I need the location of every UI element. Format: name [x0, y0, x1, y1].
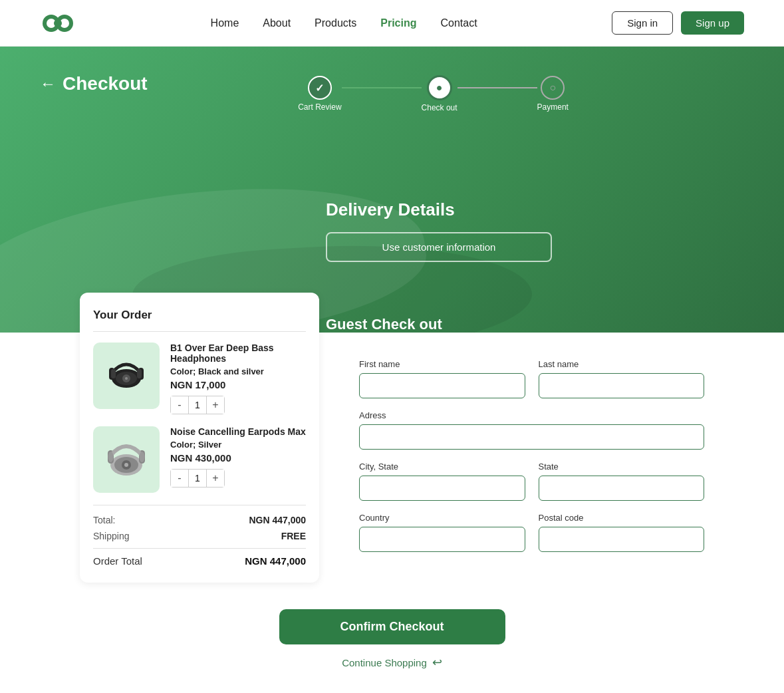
city-input[interactable] — [359, 476, 525, 501]
country-label: Country — [359, 513, 525, 523]
nav-pricing[interactable]: Pricing — [380, 17, 416, 29]
product-name-1: B1 Over Ear Deep Bass Headphones — [170, 343, 306, 364]
qty-control-1: - 1 + — [170, 396, 225, 414]
svg-point-10 — [125, 377, 128, 380]
order-card: Your Order — [80, 293, 319, 583]
order-total-row: Order Total NGN 447,000 — [93, 555, 306, 567]
shipping-value: FREE — [281, 531, 306, 541]
step-circle-payment: ○ — [541, 76, 565, 100]
order-divider — [93, 331, 306, 332]
continue-shopping-icon: ↩ — [432, 655, 442, 670]
product-item-2: Noise Cancelling Earpods Max Color; Silv… — [93, 426, 306, 493]
state-label: State — [539, 462, 705, 472]
product-price-2: NGN 430,000 — [170, 452, 306, 464]
lastname-label: Last name — [539, 359, 705, 369]
shipping-label: Shipping — [93, 531, 130, 541]
qty-control-2: - 1 + — [170, 469, 225, 487]
use-customer-info-button[interactable]: Use customer information — [326, 232, 552, 262]
step-label-cart: Cart Review — [298, 102, 341, 112]
product-color-2: Color; Silver — [170, 440, 306, 450]
svg-rect-12 — [137, 369, 142, 378]
product-item-1: B1 Over Ear Deep Bass Headphones Color; … — [93, 343, 306, 414]
order-total-divider — [93, 548, 306, 549]
signup-button[interactable]: Sign up — [681, 11, 744, 35]
hero-banner: ← Checkout ✓ Cart Review ● Check out ○ P… — [0, 47, 784, 333]
step-label-payment: Payment — [537, 102, 569, 112]
product-image-1 — [93, 343, 160, 409]
form-row-name: First name Last name — [359, 359, 704, 398]
product-info-2: Noise Cancelling Earpods Max Color; Silv… — [170, 426, 306, 487]
nav-links: Home About Products Pricing Contact — [211, 17, 477, 29]
nav-auth-buttons: Sign in Sign up — [612, 11, 744, 35]
confirm-checkout-button[interactable]: Confirm Checkout — [279, 609, 505, 644]
state-input[interactable] — [539, 476, 705, 501]
country-input[interactable] — [359, 527, 525, 552]
order-totals: Total: NGN 447,000 Shipping FREE Order T… — [93, 505, 306, 567]
lastname-input[interactable] — [539, 373, 705, 398]
checkout-title: Checkout — [63, 73, 148, 94]
step-payment: ○ Payment — [537, 76, 569, 112]
svg-point-19 — [108, 452, 114, 462]
order-total-label: Order Total — [93, 555, 142, 567]
form-row-city-state: City, State State — [359, 462, 704, 501]
qty-value-2: 1 — [188, 470, 207, 487]
product-info-1: B1 Over Ear Deep Bass Headphones Color; … — [170, 343, 306, 414]
step-line-1 — [342, 87, 422, 88]
form-group-postal: Postal code — [539, 513, 705, 552]
qty-value-1: 1 — [188, 396, 207, 414]
product-name-2: Noise Cancelling Earpods Max — [170, 426, 306, 437]
nav-about[interactable]: About — [263, 17, 291, 29]
step-checkout: ● Check out — [422, 75, 457, 112]
shipping-row: Shipping FREE — [93, 531, 306, 541]
firstname-input[interactable] — [359, 373, 525, 398]
qty-decrease-1[interactable]: - — [171, 396, 188, 414]
step-circle-checkout: ● — [427, 75, 452, 100]
step-circle-cart: ✓ — [308, 76, 332, 100]
address-input[interactable] — [359, 424, 704, 450]
form-row-address: Adress — [359, 410, 704, 450]
svg-point-18 — [124, 463, 128, 467]
nav-contact[interactable]: Contact — [440, 17, 477, 29]
product-color-1: Color; Black and silver — [170, 366, 306, 376]
progress-bar: ✓ Cart Review ● Check out ○ Payment — [267, 75, 600, 112]
form-group-city: City, State — [359, 462, 525, 501]
continue-shopping-label: Continue Shopping — [342, 657, 427, 668]
form-group-address: Adress — [359, 410, 704, 450]
nav-home[interactable]: Home — [211, 17, 239, 29]
signin-button[interactable]: Sign in — [612, 11, 673, 35]
main-content: Your Order — [40, 333, 744, 583]
address-label: Adress — [359, 410, 704, 420]
qty-decrease-2[interactable]: - — [171, 470, 188, 487]
qty-increase-2[interactable]: + — [207, 470, 224, 487]
svg-point-4 — [54, 19, 62, 27]
confirm-section: Confirm Checkout Continue Shopping ↩ — [40, 583, 744, 683]
logo[interactable] — [40, 10, 76, 37]
firstname-label: First name — [359, 359, 525, 369]
postal-label: Postal code — [539, 513, 705, 523]
step-label-checkout: Check out — [422, 103, 457, 112]
postal-input[interactable] — [539, 527, 705, 552]
form-group-state: State — [539, 462, 705, 501]
checkout-header: ← Checkout — [40, 73, 148, 94]
product-price-1: NGN 17,000 — [170, 379, 306, 390]
delivery-title: Delivery Details — [326, 200, 744, 220]
form-group-country: Country — [359, 513, 525, 552]
delivery-section: Delivery Details Use customer informatio… — [286, 200, 784, 262]
form-group-lastname: Last name — [539, 359, 705, 398]
continue-shopping-button[interactable]: Continue Shopping ↩ — [342, 655, 442, 670]
qty-increase-1[interactable]: + — [207, 396, 224, 414]
total-value: NGN 447,000 — [249, 515, 306, 525]
back-arrow-icon[interactable]: ← — [40, 74, 56, 93]
order-title: Your Order — [93, 309, 306, 322]
form-group-firstname: First name — [359, 359, 525, 398]
total-row: Total: NGN 447,000 — [93, 515, 306, 525]
form-section: First name Last name Adress City, State — [359, 333, 704, 583]
product-image-2 — [93, 426, 160, 493]
step-line-2 — [457, 87, 537, 88]
svg-rect-11 — [111, 369, 116, 378]
form-row-country-postal: Country Postal code — [359, 513, 704, 552]
order-total-value: NGN 447,000 — [245, 555, 306, 567]
nav-products[interactable]: Products — [315, 17, 356, 29]
svg-point-20 — [140, 452, 145, 462]
navbar: Home About Products Pricing Contact Sign… — [0, 0, 784, 47]
